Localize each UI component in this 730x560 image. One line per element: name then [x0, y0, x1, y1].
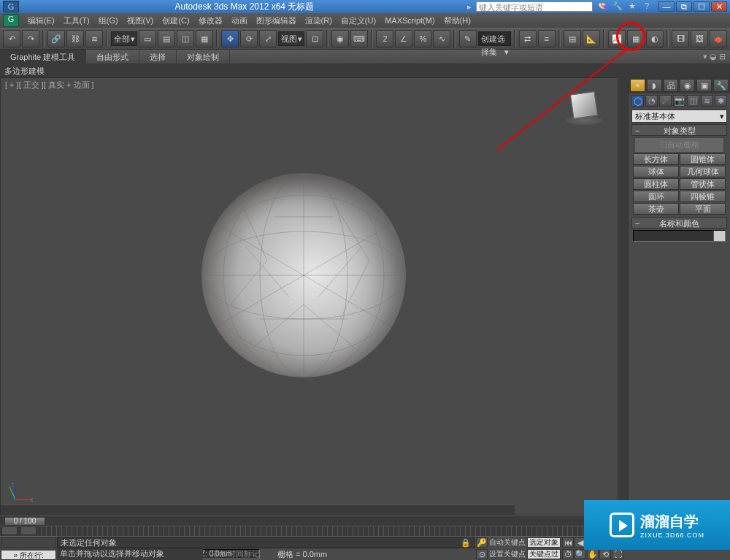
tube-button[interactable]: 管状体: [680, 178, 726, 190]
select-by-name-button[interactable]: ▤: [158, 30, 175, 47]
set-key-button[interactable]: 🔑: [476, 537, 488, 548]
trackbar-toggle[interactable]: [1, 526, 18, 535]
spacewarps-icon[interactable]: ≋: [701, 95, 713, 107]
pivot-center-button[interactable]: ⊡: [306, 30, 323, 47]
selection-filter-dropdown[interactable]: 全部: [111, 31, 137, 46]
viewport-hscroll[interactable]: [1, 505, 515, 515]
ref-coord-dropdown[interactable]: 视图: [278, 31, 304, 46]
add-time-tag[interactable]: 添加时间标记: [212, 548, 260, 559]
menu-edit[interactable]: 编辑(E): [23, 13, 59, 28]
key-target-dropdown[interactable]: 选定对象: [527, 537, 561, 548]
minimize-button[interactable]: —: [658, 1, 675, 12]
menu-customize[interactable]: 自定义(U): [337, 13, 380, 28]
hierarchy-tab[interactable]: 品: [664, 79, 679, 92]
layer-manager-button[interactable]: ▤: [564, 30, 581, 47]
nav-zoom-button[interactable]: 🔍: [575, 549, 586, 559]
nav-pan-button[interactable]: ✋: [587, 549, 599, 559]
select-rotate-button[interactable]: ⟳: [240, 30, 258, 47]
render-production-button[interactable]: 🫖: [710, 30, 727, 47]
key-filter-button[interactable]: 关键点过滤器...: [527, 549, 561, 559]
material-editor-button[interactable]: ◐: [646, 30, 664, 47]
modify-tab[interactable]: ◗: [647, 79, 662, 92]
ribbon-collapse-icon[interactable]: ▾ ◒ ⊟: [703, 52, 730, 61]
viewport-label[interactable]: [ + ][ 正交 ][ 真实 + 边面 ]: [5, 80, 94, 91]
quick-access-arrow[interactable]: ▸: [467, 2, 472, 12]
unlink-button[interactable]: ⛓: [66, 30, 84, 47]
lock-selection-icon[interactable]: 🔒: [461, 537, 471, 548]
box-button[interactable]: 长方体: [633, 153, 679, 165]
plane-button[interactable]: 平面: [680, 203, 726, 215]
systems-icon[interactable]: ✱: [715, 95, 727, 107]
sphere-button[interactable]: 球体: [633, 166, 679, 177]
pyramid-button[interactable]: 四棱锥: [680, 191, 726, 202]
help-search-input[interactable]: 键入关键字或短语: [476, 1, 593, 12]
select-move-button[interactable]: ✥: [221, 30, 239, 47]
ribbon-tab-freeform[interactable]: 自由形式: [86, 50, 139, 64]
manipulate-button[interactable]: ◉: [331, 30, 349, 47]
ribbon-tab-selection[interactable]: 选择: [139, 50, 177, 64]
maxscript-mini-listener[interactable]: [1, 537, 56, 548]
nav-maximize-button[interactable]: ⛶: [612, 549, 623, 559]
align-button[interactable]: ≡: [538, 30, 556, 47]
app-logo[interactable]: G: [3, 1, 19, 12]
motion-tab[interactable]: ◉: [680, 79, 695, 92]
lights-icon[interactable]: ☄: [659, 95, 672, 107]
menu-modifiers[interactable]: 修改器: [194, 13, 227, 28]
ribbon-tab-object-paint[interactable]: 对象绘制: [177, 50, 230, 64]
menu-animation[interactable]: 动画: [227, 13, 252, 28]
named-selection-dropdown[interactable]: 创建选择集: [478, 31, 511, 46]
time-slider-handle[interactable]: 0 / 100: [4, 517, 45, 526]
spinner-snap-button[interactable]: ∿: [433, 30, 450, 47]
menu-rendering[interactable]: 渲染(R): [301, 13, 337, 28]
color-swatch[interactable]: [713, 231, 725, 241]
restore-button[interactable]: ⧉: [676, 1, 692, 12]
redo-button[interactable]: ↷: [22, 30, 39, 47]
key-mode-button[interactable]: ⊙: [476, 549, 488, 559]
time-config-button[interactable]: ⏱: [562, 549, 574, 559]
ribbon-toggle-button[interactable]: 📐: [583, 30, 600, 47]
menu-help[interactable]: 帮助(H): [439, 13, 475, 28]
rendered-frame-button[interactable]: 🖼: [691, 30, 708, 47]
name-color-rollout[interactable]: 名称和颜色: [631, 217, 727, 229]
geosphere-object[interactable]: [201, 173, 406, 377]
maximize-button[interactable]: ☐: [694, 1, 710, 12]
shapes-icon[interactable]: ◔: [645, 95, 658, 107]
autogrid-checkbox[interactable]: ☐ 自动栅格: [634, 137, 724, 153]
ribbon-tab-graphite[interactable]: Graphite 建模工具: [0, 50, 86, 64]
select-region-button[interactable]: ◫: [177, 30, 194, 47]
menu-group[interactable]: 组(G): [94, 13, 123, 28]
window-crossing-button[interactable]: ▦: [196, 30, 213, 47]
link-button[interactable]: 🔗: [47, 30, 65, 47]
select-object-button[interactable]: ▭: [139, 30, 156, 47]
close-button[interactable]: ✕: [711, 1, 727, 12]
menu-graph-editors[interactable]: 图形编辑器: [252, 13, 301, 28]
keyboard-shortcut-button[interactable]: ⌨: [350, 30, 368, 47]
application-button[interactable]: G: [3, 14, 19, 27]
goto-start-button[interactable]: ⏮: [562, 537, 574, 548]
object-type-rollout[interactable]: 对象类型: [631, 124, 727, 136]
menu-maxscript[interactable]: MAXScript(M): [380, 13, 439, 28]
setkey-button[interactable]: 设置关键点: [489, 549, 526, 559]
render-setup-button[interactable]: 🎞: [672, 30, 689, 47]
nav-orbit-button[interactable]: ⟲: [599, 549, 611, 559]
helpers-icon[interactable]: ◫: [687, 95, 699, 107]
object-name-input[interactable]: [633, 230, 726, 242]
trackbar-filter[interactable]: [20, 526, 36, 535]
cone-button[interactable]: 圆锥体: [680, 153, 726, 165]
autokey-button[interactable]: 自动关键点: [489, 537, 526, 548]
snap-percent-button[interactable]: %: [414, 30, 431, 47]
menu-tools[interactable]: 工具(T): [59, 13, 94, 28]
help-icon[interactable]: ?: [641, 1, 653, 12]
teapot-button[interactable]: 茶壶: [633, 203, 679, 215]
edit-selection-set-button[interactable]: ✎: [459, 30, 477, 47]
subscription-icon[interactable]: 🔧: [612, 1, 623, 12]
menu-views[interactable]: 视图(V): [123, 13, 158, 28]
geosphere-button[interactable]: 几何球体: [680, 166, 726, 177]
utilities-tab[interactable]: 🔧: [713, 79, 729, 92]
snap-angle-button[interactable]: ∠: [395, 30, 412, 47]
geometry-type-dropdown[interactable]: 标准基本体: [631, 110, 727, 123]
menu-create[interactable]: 创建(C): [158, 13, 193, 28]
cameras-icon[interactable]: 📷: [673, 95, 685, 107]
display-tab[interactable]: ▣: [696, 79, 712, 92]
search-icon[interactable]: 👒: [597, 1, 609, 12]
